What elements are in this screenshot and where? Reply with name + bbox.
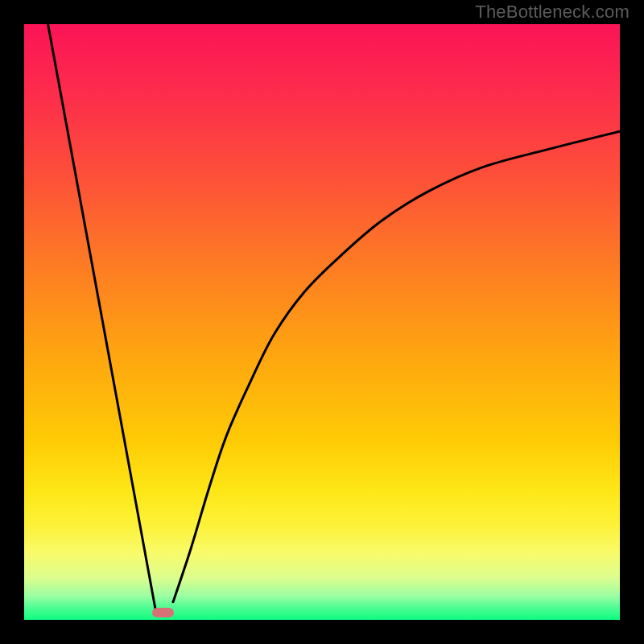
chart-container: TheBottleneck.com [0,0,644,644]
plot-area [24,24,620,620]
watermark-text: TheBottleneck.com [475,2,630,23]
right-curve-path [173,131,620,602]
curve-layer [24,24,620,620]
left-segment-path [48,24,155,608]
bottleneck-marker [152,608,174,617]
